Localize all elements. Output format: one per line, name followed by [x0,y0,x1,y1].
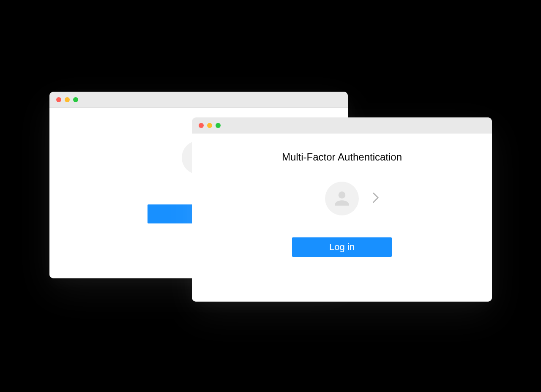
window-front-content: Multi-Factor Authentication Log in [192,133,492,302]
page-title: Multi-Factor Authentication [282,151,402,163]
titlebar-front [192,117,492,133]
login-button[interactable]: Log in [292,237,392,257]
zoom-icon[interactable] [216,123,221,128]
zoom-icon[interactable] [73,97,78,102]
close-icon[interactable] [199,123,204,128]
minimize-icon[interactable] [207,123,212,128]
close-icon[interactable] [56,97,61,102]
person-icon [331,188,352,209]
login-window-front: Multi-Factor Authentication Log in [192,117,492,302]
svg-point-0 [339,191,346,199]
chevron-right-icon[interactable] [372,193,379,204]
titlebar-back [49,92,348,108]
avatar-icon[interactable] [325,182,359,215]
account-selector-row [192,182,492,215]
minimize-icon[interactable] [65,97,70,102]
